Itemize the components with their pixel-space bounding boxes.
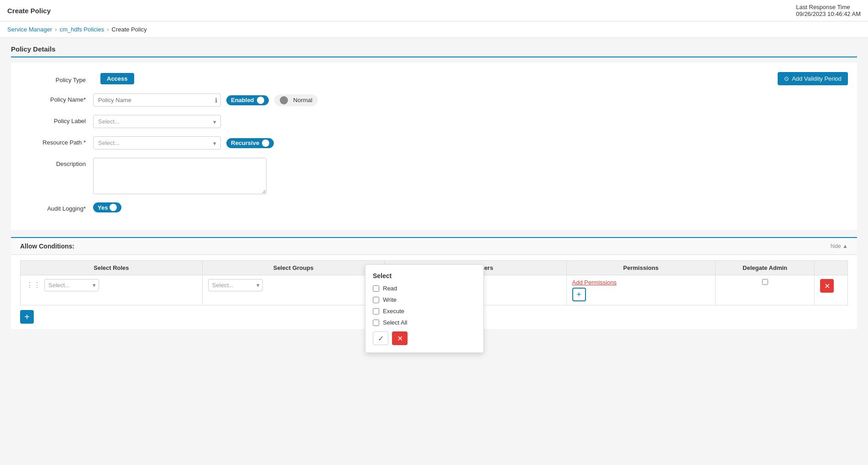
resource-path-select[interactable]: Select... [93, 136, 221, 150]
top-bar: Create Policy Last Response Time 09/26/2… [0, 0, 868, 21]
add-validity-period-button[interactable]: ⊙ Add Validity Period [778, 72, 848, 85]
groups-cell: Select... ▾ [202, 275, 384, 305]
enabled-toggle[interactable]: Enabled [226, 95, 269, 105]
select-all-label: Select All [383, 319, 407, 326]
col-permissions: Permissions [566, 261, 715, 275]
enabled-label: Enabled [231, 97, 254, 103]
write-label: Write [383, 296, 397, 303]
checkbox-read: Read [373, 285, 476, 292]
normal-toggle-knob [280, 96, 288, 104]
col-delegate: Delegate Admin [715, 261, 815, 275]
enabled-toggle-knob [257, 97, 264, 104]
execute-label: Execute [383, 308, 404, 315]
policy-details-title: Policy Details [11, 45, 857, 57]
policy-name-input[interactable] [93, 93, 221, 107]
hide-link[interactable]: hide ▲ [831, 243, 848, 249]
policy-name-input-wrapper: ℹ [93, 93, 221, 107]
policy-type-row: Policy Type Access ⊙ Add Validity Period [11, 72, 857, 85]
breadcrumb-sep1: › [55, 26, 57, 33]
allow-conditions-title: Allow Conditions: [20, 243, 74, 250]
select-popup: Select Read Write Execute Select All ✓ ✕ [365, 264, 484, 336]
delegate-checkbox[interactable] [762, 279, 768, 285]
add-permissions-link[interactable]: Add Permissions [572, 279, 710, 286]
popup-confirm-button[interactable]: ✓ [373, 331, 388, 336]
delete-cell: ✕ [815, 275, 848, 305]
clock-icon: ⊙ [784, 75, 789, 82]
col-groups: Select Groups [202, 261, 384, 275]
allow-conditions-header: Allow Conditions: hide ▲ [11, 237, 857, 255]
times-icon: ✕ [397, 334, 403, 337]
delegate-cell [715, 275, 815, 305]
audit-logging-label: Audit Logging* [20, 202, 93, 212]
breadcrumb-service-manager[interactable]: Service Manager [7, 26, 52, 33]
col-roles: Select Roles [21, 261, 203, 275]
resource-path-select-wrapper: Select... ▾ [93, 136, 221, 150]
policy-label-label: Policy Label [20, 115, 93, 124]
checkbox-list: Read Write Execute Select All [373, 285, 476, 326]
chevron-down-icon-roles: ▾ [93, 282, 96, 289]
normal-label: Normal [293, 97, 313, 103]
resource-path-row: Resource Path * Select... ▾ Recursive [11, 136, 857, 150]
add-permission-button[interactable]: + [572, 288, 586, 301]
checkbox-select-all: Select All [373, 319, 476, 326]
select-all-checkbox[interactable] [373, 320, 379, 326]
page-title: Create Policy [7, 7, 51, 15]
resource-path-label: Resource Path * [20, 136, 93, 146]
breadcrumb-policies[interactable]: cm_hdfs Policies [60, 26, 105, 33]
checkbox-execute: Execute [373, 308, 476, 315]
popup-actions: ✓ ✕ [373, 331, 476, 336]
yes-toggle-knob [110, 204, 117, 211]
normal-toggle-container[interactable]: Normal [274, 94, 318, 106]
policy-details-form: Policy Type Access ⊙ Add Validity Period… [11, 63, 857, 230]
policy-name-row: Policy Name* ℹ Enabled Normal [11, 93, 857, 107]
info-icon: ℹ [215, 97, 217, 104]
recursive-label: Recursive [231, 140, 259, 146]
enabled-toggle-container: Enabled [226, 95, 269, 105]
policy-type-label: Policy Type [20, 74, 93, 83]
groups-select[interactable]: Select... ▾ [208, 279, 263, 291]
read-checkbox[interactable] [373, 285, 379, 292]
execute-checkbox[interactable] [373, 308, 379, 315]
policy-name-label: Policy Name* [20, 93, 93, 103]
policy-label-select[interactable]: Select... [93, 115, 221, 128]
add-row-button[interactable]: + [20, 310, 34, 324]
yes-label: Yes [98, 204, 108, 211]
write-checkbox[interactable] [373, 297, 379, 303]
select-popup-title: Select [373, 272, 476, 279]
read-label: Read [383, 285, 397, 292]
policy-label-select-wrapper: Select... ▾ [93, 115, 221, 128]
col-delete [815, 261, 848, 275]
breadcrumb-current: Create Policy [112, 26, 147, 33]
permissions-cell: Add Permissions + [566, 275, 715, 305]
checkbox-write: Write [373, 296, 476, 303]
description-textarea[interactable] [93, 158, 267, 194]
roles-select[interactable]: Select... ▾ [44, 279, 99, 291]
policy-label-row: Policy Label Select... ▾ [11, 115, 857, 128]
delete-row-button[interactable]: ✕ [820, 279, 834, 293]
popup-cancel-button[interactable]: ✕ [392, 331, 408, 336]
description-label: Description [20, 158, 93, 167]
audit-logging-toggle[interactable]: Yes [93, 202, 121, 212]
last-response-time: Last Response Time 09/26/2023 10:46:42 A… [796, 4, 861, 17]
roles-cell: ⋮⋮ Select... ▾ [21, 275, 203, 305]
recursive-toggle[interactable]: Recursive [226, 138, 274, 148]
breadcrumb-sep2: › [107, 26, 109, 33]
recursive-toggle-knob [262, 140, 269, 147]
chevron-down-icon-groups: ▾ [256, 282, 260, 289]
drag-handle[interactable]: ⋮⋮ [26, 281, 42, 289]
policy-type-button[interactable]: Access [100, 73, 134, 84]
audit-logging-row: Audit Logging* Yes [11, 202, 857, 212]
description-row: Description [11, 158, 857, 194]
breadcrumb: Service Manager › cm_hdfs Policies › Cre… [0, 21, 868, 38]
check-icon: ✓ [378, 334, 384, 337]
